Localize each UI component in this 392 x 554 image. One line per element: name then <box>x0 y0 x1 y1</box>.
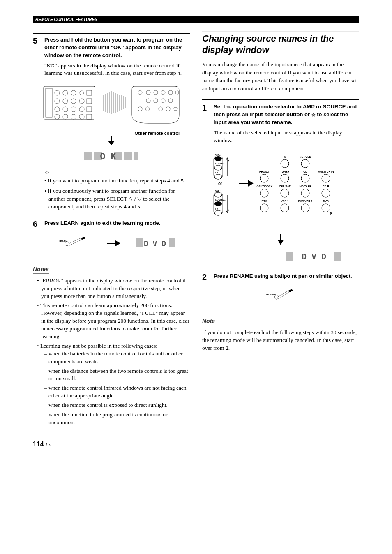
subnote: – when the remote control is exposed to … <box>44 402 190 409</box>
svg-point-101 <box>301 204 309 212</box>
svg-point-38 <box>168 90 173 95</box>
svg-text:NET/USB: NET/USB <box>300 155 311 158</box>
svg-text:or: or <box>218 181 222 186</box>
svg-rect-1 <box>46 88 52 117</box>
intro-text: You can change the name of the input sou… <box>202 60 359 92</box>
svg-point-62 <box>214 156 222 161</box>
svg-point-41 <box>154 99 158 103</box>
lcd-ok: O K <box>83 150 140 163</box>
svg-point-83 <box>281 174 289 182</box>
svg-text:DTV: DTV <box>262 200 267 203</box>
svg-point-7 <box>55 99 60 104</box>
svg-rect-54 <box>134 152 138 160</box>
svg-point-43 <box>168 99 173 103</box>
svg-point-48 <box>174 107 177 111</box>
svg-point-72 <box>214 201 222 206</box>
svg-text:DVR/VCR 2: DVR/VCR 2 <box>298 200 313 203</box>
step-text: The name of the selected input area appe… <box>214 129 359 145</box>
tip-item: • If you want to program another functio… <box>44 177 190 185</box>
svg-point-8 <box>63 99 68 104</box>
svg-point-3 <box>63 90 68 95</box>
svg-text:O K: O K <box>100 151 116 162</box>
divider <box>202 99 359 100</box>
svg-text:TV: TV <box>215 208 218 210</box>
svg-rect-104 <box>286 252 293 261</box>
svg-point-10 <box>79 99 84 104</box>
star-icon: ☆ <box>311 112 316 117</box>
svg-point-12 <box>55 107 60 112</box>
svg-text:DVD: DVD <box>323 200 329 203</box>
svg-point-87 <box>322 174 330 182</box>
svg-text:CD: CD <box>303 170 307 173</box>
svg-point-35 <box>146 90 150 95</box>
svg-point-99 <box>281 204 289 212</box>
svg-rect-53 <box>124 152 132 160</box>
right-column: Changing source names in the display win… <box>202 31 359 428</box>
svg-rect-16 <box>87 107 92 112</box>
svg-rect-11 <box>87 99 92 104</box>
svg-rect-6 <box>87 90 92 95</box>
svg-point-9 <box>71 99 76 104</box>
svg-point-17 <box>55 114 60 119</box>
step-6: 6 Press LEARN again to exit the learning… <box>33 219 190 230</box>
caption-other-remote: Other remote control <box>33 131 190 136</box>
note-item: • Learning may not be possible in the fo… <box>37 342 190 427</box>
svg-text:TUNER: TUNER <box>280 170 290 173</box>
svg-text:VCR 1: VCR 1 <box>281 200 289 203</box>
section-title: Changing source names in the display win… <box>202 33 359 55</box>
svg-point-103 <box>322 204 330 212</box>
notes-header: Notes <box>33 266 49 274</box>
subnote: – when the distance between the two remo… <box>44 367 190 383</box>
svg-point-18 <box>63 114 68 119</box>
svg-point-39 <box>175 91 179 94</box>
note-item: • "ERROR" appears in the display window … <box>37 277 190 300</box>
svg-point-47 <box>166 107 170 111</box>
svg-text:SOURCE: SOURCE <box>215 162 226 165</box>
page-number: 114 En <box>33 441 359 448</box>
diagram-remotes: Other remote control O K <box>33 82 190 164</box>
svg-point-36 <box>154 90 158 95</box>
svg-point-19 <box>71 114 76 119</box>
step-2: 2 Press RENAME using a ballpoint pen or … <box>202 272 359 283</box>
subnote: – when the remote control infrared windo… <box>44 384 190 400</box>
svg-text:MD/TAPE: MD/TAPE <box>300 185 311 188</box>
svg-point-4 <box>71 90 76 95</box>
step-5: 5 Press and hold the button you want to … <box>33 36 190 77</box>
diagram-learn: LEARN D V D <box>33 235 190 254</box>
step-title: Press RENAME using a ballpoint pen or si… <box>214 272 359 280</box>
step-number: 1 <box>202 103 214 144</box>
svg-point-81 <box>260 174 268 182</box>
svg-point-70 <box>214 192 222 197</box>
diagram-rename: RENAME <box>202 287 359 305</box>
svg-text:CBL/SAT: CBL/SAT <box>279 185 291 188</box>
step-text: "NG" appears in the display window on th… <box>44 62 190 78</box>
divider <box>33 217 190 217</box>
svg-point-34 <box>138 90 142 95</box>
svg-text:D V D: D V D <box>144 239 166 248</box>
subnote: – when the batteries in the remote contr… <box>44 350 190 366</box>
svg-point-85 <box>301 174 309 182</box>
svg-text:D V D: D V D <box>302 252 326 261</box>
svg-point-93 <box>301 189 309 197</box>
svg-rect-50 <box>84 152 92 160</box>
step-number: 2 <box>202 272 214 283</box>
step-1: 1 Set the operation mode selector to AMP… <box>202 103 359 144</box>
section-header: REMOTE CONTROL FEATURES <box>33 16 359 23</box>
notes-list: • "ERROR" appears in the display window … <box>33 277 190 427</box>
svg-point-13 <box>63 107 68 112</box>
svg-text:PHONO: PHONO <box>259 170 269 173</box>
step-title: Press LEARN again to exit the learning m… <box>44 219 190 227</box>
svg-point-45 <box>145 107 150 111</box>
tips-list: • If you want to program another functio… <box>44 177 190 211</box>
svg-point-37 <box>161 90 165 95</box>
svg-point-20 <box>79 114 84 119</box>
step-title: Set the operation mode selector to AMP o… <box>214 103 359 127</box>
svg-point-5 <box>80 91 84 95</box>
svg-point-95 <box>322 189 330 197</box>
svg-text:LEARN: LEARN <box>59 240 67 242</box>
note-body: If you do not complete each of the follo… <box>202 329 359 352</box>
svg-rect-21 <box>87 114 92 119</box>
subnote: – when the function to be programmed is … <box>44 411 190 427</box>
note-header: Note <box>202 318 215 325</box>
lcd-dvd: D V D <box>285 249 347 263</box>
